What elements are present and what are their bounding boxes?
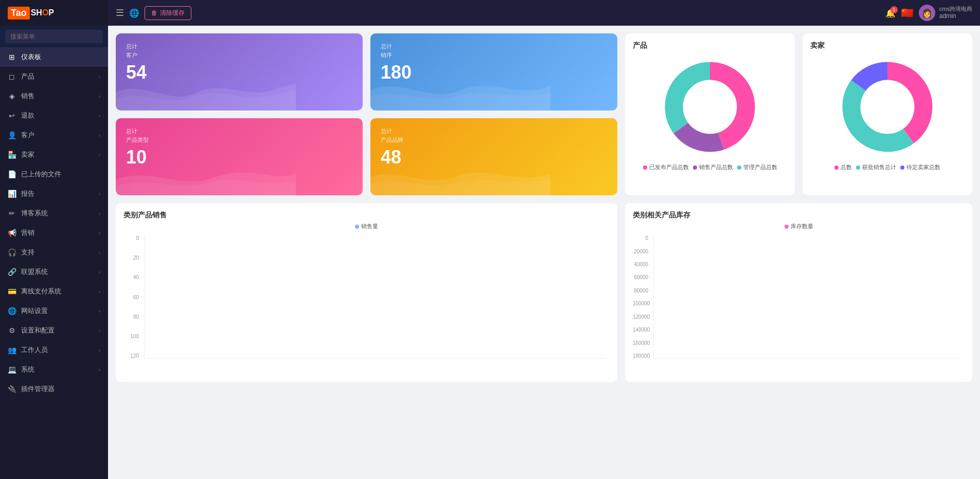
product-icon: ◻ <box>8 72 16 81</box>
website-icon: 🌐 <box>8 307 16 315</box>
stat-subtitle-4: 总计 <box>381 127 607 135</box>
sidebar-item-marketing[interactable]: 📢 营销 › <box>0 223 108 243</box>
seller-donut-container: 总数 获批销售总计 待定卖家总数 <box>810 56 965 171</box>
product-donut-container: 已发布产品总数 销售产品总数 管理产品总数 <box>633 56 787 171</box>
chevron-right-icon: › <box>99 250 100 255</box>
sidebar-item-dashboard[interactable]: ⊞ 仪表板 <box>0 47 108 67</box>
stat-card-product-brand: 总计 产品品牌 48 <box>370 118 617 195</box>
legend-dot-approved <box>856 165 860 170</box>
legend-label-pending: 待定卖家总数 <box>906 163 940 171</box>
seller-chart-legend: 总数 获批销售总计 待定卖家总数 <box>834 163 940 171</box>
sidebar-item-label-sales: 销售 <box>21 91 99 101</box>
sidebar-item-uploaded[interactable]: 📄 已上传的文件 <box>0 164 108 184</box>
sidebar-item-website[interactable]: 🌐 网站设置 › <box>0 301 108 321</box>
seller-icon: 🏪 <box>8 151 16 159</box>
chevron-right-icon: › <box>99 94 100 99</box>
stat-card-customer: 总计 客户 54 <box>116 33 363 110</box>
search-input[interactable] <box>5 30 103 43</box>
inventory-chart-area: 180000 160000 140000 120000 100000 80000… <box>633 235 965 374</box>
sidebar-item-report[interactable]: 📊 报告 › <box>0 184 108 204</box>
sales-icon: ◈ <box>8 92 16 100</box>
chevron-right-icon: › <box>99 347 100 353</box>
sidebar-item-offline[interactable]: 💳 离线支付系统 › <box>0 282 108 301</box>
stat-title-4: 产品品牌 <box>381 136 607 144</box>
sidebar-item-staff[interactable]: 👥 工作人员 › <box>0 340 108 360</box>
sidebar-item-customer[interactable]: 👤 客户 › <box>0 125 108 145</box>
chevron-right-icon: › <box>99 211 100 216</box>
sidebar-item-support[interactable]: 🎧 支持 › <box>0 243 108 262</box>
sidebar-item-label-report: 报告 <box>21 189 99 198</box>
sidebar-item-label-product: 产品 <box>21 72 99 81</box>
chevron-right-icon: › <box>99 230 100 236</box>
sidebar-item-settings[interactable]: ⚙ 设置和配置 › <box>0 321 108 340</box>
refund-icon: ↩ <box>8 112 16 120</box>
legend-item-sold: 销售产品总数 <box>693 163 733 171</box>
sidebar-item-label-refund: 退款 <box>21 111 99 120</box>
legend-dot-managed <box>737 165 741 170</box>
chevron-right-icon: › <box>99 152 100 158</box>
sidebar: Tao SHOP ⊞ 仪表板 ◻ 产品 › ◈ 销售 › ↩ 退款 › 👤 客户… <box>0 0 108 479</box>
sidebar-item-seller[interactable]: 🏪 卖家 › <box>0 145 108 164</box>
stat-title-1: 客户 <box>126 51 352 59</box>
legend-label-sold: 销售产品总数 <box>699 163 733 171</box>
globe-icon[interactable]: 🌐 <box>129 8 139 18</box>
sales-chart-legend: 销售量 <box>123 223 610 230</box>
sidebar-item-label-seller: 卖家 <box>21 150 99 159</box>
legend-label-total: 总数 <box>841 163 852 171</box>
logo-shop: SHOP <box>31 8 54 17</box>
product-donut-chart <box>658 56 761 158</box>
inventory-y-axis: 180000 160000 140000 120000 100000 80000… <box>633 235 651 359</box>
chevron-right-icon: › <box>99 308 100 314</box>
inventory-bar-chart-card: 类别相关产品库存 库存数量 180000 160000 140000 12000… <box>625 203 972 382</box>
legend-label-published: 已发布产品总数 <box>649 163 689 171</box>
notification-bell[interactable]: 🔔 1 <box>885 8 896 18</box>
inventory-legend-item: 库存数量 <box>785 223 813 230</box>
stat-subtitle-2: 总计 <box>381 43 607 50</box>
stat-card-sales: 总计 销序 180 <box>370 33 617 110</box>
logo: Tao SHOP <box>0 0 108 26</box>
sales-chart-title: 类别产品销售 <box>123 211 610 220</box>
svg-point-7 <box>861 80 914 134</box>
nav-items: ⊞ 仪表板 ◻ 产品 › ◈ 销售 › ↩ 退款 › 👤 客户 › 🏪 卖家 › <box>0 47 108 479</box>
clear-cache-button[interactable]: 🗑 清除缓存 <box>145 6 191 20</box>
main-area: ☰ 🌐 🗑 清除缓存 🔔 1 🇨🇳 👩 cms跨境电商 admin 总计 客户 … <box>108 0 980 479</box>
offline-icon: 💳 <box>8 287 16 296</box>
sidebar-item-product[interactable]: ◻ 产品 › <box>0 67 108 86</box>
chevron-right-icon: › <box>99 269 100 275</box>
sales-bar-chart-card: 类别产品销售 销售量 120 100 80 60 40 20 0 <box>116 203 617 382</box>
clear-cache-icon: 🗑 <box>151 9 157 16</box>
sidebar-item-system[interactable]: 💻 系统 › <box>0 360 108 379</box>
inventory-bars <box>653 235 959 359</box>
sidebar-item-refund[interactable]: ↩ 退款 › <box>0 106 108 125</box>
sidebar-item-label-staff: 工作人员 <box>21 345 99 355</box>
legend-dot-total <box>834 165 839 170</box>
inventory-chart-title: 类别相关产品库存 <box>633 211 965 220</box>
product-chart-legend: 已发布产品总数 销售产品总数 管理产品总数 <box>643 163 777 171</box>
sidebar-item-label-system: 系统 <box>21 365 99 374</box>
user-menu[interactable]: 👩 cms跨境电商 admin <box>919 5 972 21</box>
product-chart-title: 产品 <box>633 41 787 50</box>
chevron-right-icon: › <box>99 113 100 119</box>
seller-chart-title: 卖家 <box>810 41 965 50</box>
sales-legend-label: 销售量 <box>361 223 378 230</box>
legend-item-managed: 管理产品总数 <box>737 163 777 171</box>
sales-legend-dot <box>355 225 359 229</box>
stat-title-3: 产品类型 <box>126 136 352 144</box>
sidebar-item-label-blog: 博客系统 <box>21 209 99 218</box>
sidebar-item-sales[interactable]: ◈ 销售 › <box>0 86 108 106</box>
chevron-right-icon: › <box>99 289 100 294</box>
logo-tao: Tao <box>8 7 30 20</box>
language-flag[interactable]: 🇨🇳 <box>901 7 914 19</box>
system-icon: 💻 <box>8 365 16 374</box>
legend-item-pending: 待定卖家总数 <box>900 163 940 171</box>
sidebar-item-affiliate[interactable]: 🔗 联盟系统 › <box>0 262 108 282</box>
avatar: 👩 <box>919 5 935 21</box>
file-icon: 📄 <box>8 170 16 178</box>
sidebar-item-blog[interactable]: ✏ 博客系统 › <box>0 204 108 223</box>
legend-dot-published <box>643 165 647 170</box>
hamburger-icon[interactable]: ☰ <box>116 7 124 19</box>
sidebar-item-plugin[interactable]: 🔌 插件管理器 <box>0 379 108 399</box>
search-menu-container <box>0 26 108 47</box>
product-chart-card: 产品 已发布产品总数 <box>625 33 795 195</box>
affiliate-icon: 🔗 <box>8 268 16 276</box>
